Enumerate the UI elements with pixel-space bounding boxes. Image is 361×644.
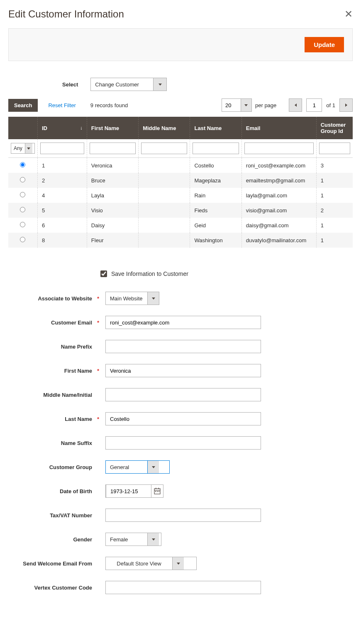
page-size-input[interactable] <box>222 99 241 111</box>
select-action-value: Change Customer <box>91 78 153 91</box>
calendar-icon[interactable] <box>151 488 163 494</box>
filter-last-input[interactable] <box>193 143 239 154</box>
cell-email: roni_cost@example.com <box>241 158 316 173</box>
cell-group: 2 <box>316 203 353 218</box>
chevron-down-icon <box>172 557 184 570</box>
search-button[interactable]: Search <box>8 99 38 112</box>
table-row[interactable]: 6DaisyGeiddaisy@gmail.com1 <box>8 218 353 233</box>
svg-rect-3 <box>159 488 159 489</box>
row-radio[interactable] <box>20 222 25 227</box>
cell-id: 2 <box>37 173 87 188</box>
filter-any-select[interactable]: Any <box>11 143 35 154</box>
table-row[interactable]: 5VisioFiedsvisio@gmail.com2 <box>8 203 353 218</box>
page-of-text: of 1 <box>326 102 335 108</box>
filter-email-input[interactable] <box>244 143 314 154</box>
update-button[interactable]: Update <box>305 37 344 52</box>
col-first[interactable]: First Name <box>87 117 138 139</box>
close-icon[interactable]: ✕ <box>344 9 353 19</box>
customers-table: ID↓ First Name Middle Name Last Name Ema… <box>8 117 353 248</box>
row-radio[interactable] <box>20 162 25 167</box>
suffix-input[interactable] <box>105 436 261 450</box>
records-found-text: 9 records found <box>90 102 128 108</box>
prefix-label: Name Prefix <box>8 344 95 350</box>
cell-middle <box>139 173 190 188</box>
cell-email: visio@gmail.com <box>241 203 316 218</box>
filter-first-input[interactable] <box>90 143 136 154</box>
middle-input[interactable] <box>105 388 261 401</box>
cell-email: daisy@gmail.com <box>241 218 316 233</box>
cell-id: 1 <box>37 158 87 173</box>
filter-group-input[interactable] <box>319 143 350 154</box>
group-select[interactable]: General <box>105 460 170 474</box>
cell-group: 1 <box>316 188 353 203</box>
reset-filter-link[interactable]: Reset Filter <box>48 102 76 108</box>
save-info-checkbox[interactable] <box>100 270 107 277</box>
chevron-down-icon <box>147 533 159 546</box>
per-page-label: per page <box>255 102 276 108</box>
sort-down-icon: ↓ <box>80 125 83 131</box>
filter-id-input[interactable] <box>40 143 84 154</box>
page-size-select[interactable] <box>222 98 252 112</box>
table-row[interactable]: 8FleurWashingtonduvatylo@mailinator.com1 <box>8 233 353 248</box>
chevron-down-icon <box>147 461 159 473</box>
prev-page-button[interactable] <box>289 98 302 112</box>
group-label: Customer Group <box>8 464 95 470</box>
vertex-label: Vertex Customer Code <box>8 585 95 591</box>
first-input[interactable] <box>105 364 261 377</box>
cell-id: 4 <box>37 188 87 203</box>
col-id[interactable]: ID↓ <box>37 117 87 139</box>
row-radio[interactable] <box>20 207 25 212</box>
col-email[interactable]: Email <box>241 117 316 139</box>
cell-id: 5 <box>37 203 87 218</box>
col-group[interactable]: Customer Group Id <box>316 117 353 139</box>
gender-label: Gender <box>8 536 95 543</box>
website-label: Associate to Website <box>8 295 95 302</box>
svg-rect-5 <box>157 491 158 492</box>
table-row[interactable]: 4LaylaRainlayla@gmail.com1 <box>8 188 353 203</box>
select-action-dropdown[interactable]: Change Customer <box>90 78 167 91</box>
email-label: Customer Email <box>8 320 95 326</box>
row-radio[interactable] <box>20 237 25 242</box>
gender-select[interactable]: Female <box>105 533 161 546</box>
cell-first: Veronica <box>87 158 138 173</box>
cell-first: Layla <box>87 188 138 203</box>
col-middle[interactable]: Middle Name <box>139 117 190 139</box>
cell-first: Fleur <box>87 233 138 248</box>
tax-label: Tax/VAT Number <box>8 512 95 519</box>
last-label: Last Name <box>8 416 95 422</box>
col-last[interactable]: Last Name <box>190 117 241 139</box>
cell-middle <box>139 218 190 233</box>
chevron-down-icon <box>241 99 251 111</box>
last-input[interactable] <box>105 412 261 425</box>
suffix-label: Name Suffix <box>8 440 95 446</box>
email-input[interactable] <box>105 316 261 329</box>
first-label: First Name <box>8 368 95 374</box>
prefix-input[interactable] <box>105 340 261 353</box>
row-radio[interactable] <box>20 192 25 197</box>
dob-input[interactable] <box>106 484 151 498</box>
cell-last: Costello <box>190 158 241 173</box>
dob-input-wrapper[interactable] <box>105 484 163 498</box>
cell-id: 6 <box>37 218 87 233</box>
next-page-button[interactable] <box>339 98 353 112</box>
cell-group: 1 <box>316 173 353 188</box>
cell-email: layla@gmail.com <box>241 188 316 203</box>
website-select[interactable]: Main Website <box>105 292 159 305</box>
cell-middle <box>139 203 190 218</box>
page-number-input[interactable] <box>306 98 322 112</box>
welcome-select[interactable]: Default Store View <box>105 557 197 570</box>
table-row[interactable]: 1VeronicaCostelloroni_cost@example.com3 <box>8 158 353 173</box>
tax-input[interactable] <box>105 509 261 522</box>
cell-group: 1 <box>316 233 353 248</box>
row-radio[interactable] <box>20 177 25 182</box>
table-row[interactable]: 2BruceMageplazaemailtestmp@gmail.com1 <box>8 173 353 188</box>
filter-middle-input[interactable] <box>141 143 187 154</box>
chevron-right-icon <box>345 103 347 107</box>
cell-last: Fieds <box>190 203 241 218</box>
cell-middle <box>139 158 190 173</box>
cell-middle <box>139 233 190 248</box>
chevron-down-icon <box>25 143 32 153</box>
select-label: Select <box>62 81 78 88</box>
vertex-input[interactable] <box>105 581 261 594</box>
modal-title: Edit Customer Information <box>8 8 124 20</box>
